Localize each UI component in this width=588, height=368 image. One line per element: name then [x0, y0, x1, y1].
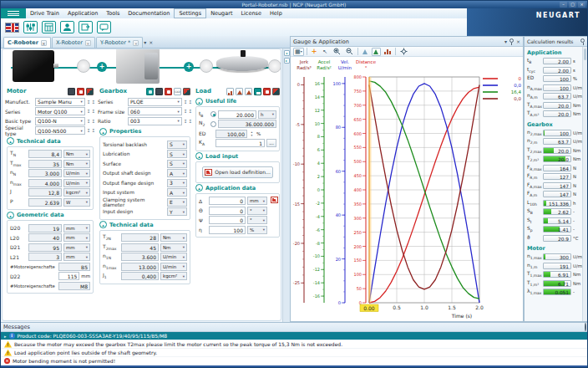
value-field[interactable]: 13.000: [121, 263, 159, 271]
tab-close-icon[interactable]: ×: [133, 40, 139, 46]
unit-dropdown[interactable]: kgcm²▾: [63, 188, 90, 197]
ed-value-field[interactable]: 100,00: [215, 130, 247, 138]
value-field[interactable]: 100: [209, 226, 246, 234]
collapse-icon[interactable]: ▴: [195, 98, 203, 105]
unit-dropdown[interactable]: U/min▾: [63, 169, 90, 177]
load-pdf-icon[interactable]: [263, 88, 271, 95]
document-tab[interactable]: C-Roboter ×: [3, 37, 51, 48]
gearbox-photo[interactable]: [116, 49, 160, 84]
gearbox-cad-icon[interactable]: [174, 88, 181, 95]
tab-overflow-icon[interactable]: ▾: [144, 39, 146, 45]
transfer-icons[interactable]: ↧↥: [184, 119, 192, 124]
load-profile-1-icon[interactable]: [226, 88, 234, 95]
coupling-slot[interactable]: [268, 59, 281, 73]
value-field[interactable]: 40: [28, 233, 62, 242]
motor-replace-icon[interactable]: [86, 88, 94, 95]
property-dropdown[interactable]: A▾: [167, 169, 187, 177]
gearbox-pdf-icon[interactable]: [165, 88, 172, 95]
unit-dropdown[interactable]: Nm▾: [63, 150, 90, 158]
collapse-icon[interactable]: ▴: [99, 128, 107, 135]
chart-dropdown-icon[interactable]: ▾: [504, 38, 507, 44]
unit-dropdown[interactable]: Nm▾: [160, 243, 187, 252]
message-row[interactable]: ▸ Load application point lies outside of…: [1, 349, 588, 357]
profile-filled-icon[interactable]: [372, 48, 381, 56]
document-tab[interactable]: X-Roboter ×: [52, 37, 95, 48]
value-field[interactable]: 95: [28, 243, 62, 252]
unit-dropdown[interactable]: mm▾: [247, 197, 267, 205]
menu-item[interactable]: Help: [266, 9, 286, 18]
collapse-icon[interactable]: ▴: [99, 221, 107, 228]
messages-header[interactable]: Messages: [1, 323, 588, 332]
chart-panel-header[interactable]: Gauge & Application ▾ ×: [291, 37, 523, 47]
transfer-icons[interactable]: ↧↥: [87, 109, 95, 114]
menu-item[interactable]: Settings: [174, 8, 206, 18]
value-field[interactable]: 45: [121, 243, 159, 252]
gearbox-replace-icon[interactable]: [183, 88, 190, 95]
chart-close-icon[interactable]: ×: [516, 38, 520, 44]
hamburger-menu-icon[interactable]: [1, 8, 26, 18]
transfer-icons[interactable]: ↧↥: [184, 109, 192, 114]
feedback-icon[interactable]: [97, 21, 111, 33]
menu-item[interactable]: Drive Train: [26, 9, 63, 18]
value-field[interactable]: B5: [58, 263, 90, 271]
minimize-button[interactable]: –: [560, 2, 567, 8]
transfer-icons[interactable]: ↧↥: [87, 100, 95, 105]
message-row[interactable]: ▸ Because the motor may exceed the gearb…: [1, 340, 588, 349]
unit-dropdown[interactable]: %▾: [247, 226, 267, 234]
menu-item[interactable]: Neugart: [206, 9, 236, 18]
value-field[interactable]: 19: [28, 224, 62, 233]
chart-settings-icon[interactable]: [398, 48, 409, 56]
value-field[interactable]: 8,4: [28, 150, 62, 158]
transfer-icons[interactable]: ↧↥: [87, 128, 95, 133]
unit-dropdown[interactable]: °▾: [247, 216, 267, 224]
collapse-icon[interactable]: ▴: [7, 212, 14, 219]
preferences-icon[interactable]: [23, 21, 38, 33]
panel-splitter[interactable]: ◂ ▸: [282, 49, 290, 322]
add-component-button[interactable]: +: [97, 62, 107, 72]
pan-icon[interactable]: ↖: [321, 48, 330, 56]
property-dropdown[interactable]: Y▾: [167, 207, 187, 216]
chart-type-icon[interactable]: ▦▾: [293, 48, 304, 56]
value-field[interactable]: 115: [58, 272, 79, 280]
value-field[interactable]: 4.000: [28, 179, 62, 187]
collapse-right-icon[interactable]: ▸: [284, 58, 290, 64]
motion-profile-chart[interactable]: 0.51.01.52.00-5-10-15-20-25JerkRad/s³161…: [291, 57, 524, 322]
property-dropdown[interactable]: S▾: [167, 141, 187, 149]
maximize-button[interactable]: ▢: [569, 2, 576, 8]
zoom-in-icon[interactable]: [332, 48, 342, 56]
open-load-definition-button[interactable]: Open load definition...: [202, 166, 274, 178]
chart-pin-icon[interactable]: [509, 38, 514, 43]
unit-dropdown[interactable]: mm▾: [63, 224, 90, 233]
unit-dropdown[interactable]: U/min▾: [160, 263, 187, 271]
transfer-icons[interactable]: ↧↥: [87, 119, 95, 124]
unit-dropdown[interactable]: mm▾: [63, 253, 90, 261]
cursor-icon[interactable]: +: [310, 48, 319, 56]
unit-dropdown[interactable]: mm▾: [63, 233, 90, 242]
gearbox-datasheet-icon[interactable]: [146, 88, 154, 95]
motor-dropdown[interactable]: Q100-N▾: [35, 117, 85, 125]
tab-close-icon[interactable]: ×: [41, 40, 47, 46]
menu-item[interactable]: Documentation: [124, 9, 174, 18]
value-field[interactable]: 3.000: [28, 169, 62, 177]
value-field[interactable]: 12,8: [28, 188, 62, 197]
load-photo[interactable]: [216, 56, 268, 71]
value-field[interactable]: 3.600: [121, 253, 159, 261]
motor-pdf-icon[interactable]: [77, 88, 84, 95]
n2-radio[interactable]: [210, 121, 216, 127]
close-button[interactable]: ×: [578, 2, 585, 8]
results-scrollbar[interactable]: [582, 47, 587, 321]
unit-dropdown[interactable]: U/min▾: [160, 253, 187, 261]
transfer-icons[interactable]: ↧↥: [184, 100, 192, 105]
results-pin-icon[interactable]: [580, 38, 585, 43]
coupling-slot[interactable]: [77, 59, 90, 73]
value-field[interactable]: 0: [209, 207, 246, 215]
menu-item[interactable]: License: [236, 9, 266, 18]
unit-dropdown[interactable]: mm▾: [63, 243, 90, 252]
load-profile-2-icon[interactable]: [236, 88, 243, 95]
tb-value-field[interactable]: 20.000: [218, 110, 256, 119]
expand-caret-icon[interactable]: ▸: [4, 334, 7, 339]
value-field[interactable]: 0,400: [121, 272, 159, 280]
value-field[interactable]: 0: [209, 197, 246, 205]
ka-more-button[interactable]: ...: [266, 139, 276, 147]
menu-item[interactable]: Application: [63, 9, 102, 18]
